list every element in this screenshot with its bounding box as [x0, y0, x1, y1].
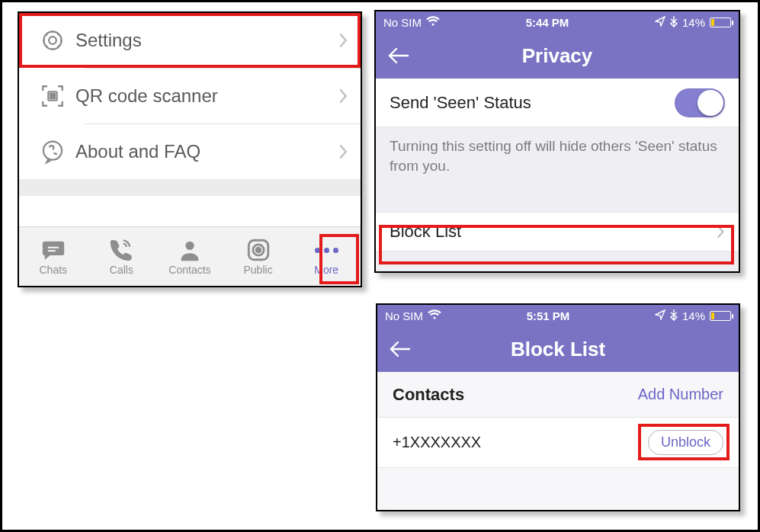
more-list: Settings QR code scanner — [19, 13, 361, 179]
location-icon — [655, 16, 665, 29]
tab-chats[interactable]: Chats — [19, 227, 88, 286]
block-list-panel: No SIM 5:51 PM 14% Block List Contacts — [376, 303, 740, 511]
bluetooth-icon — [670, 15, 678, 30]
wifi-icon — [428, 309, 441, 322]
chevron-right-icon — [338, 143, 348, 160]
tab-public-label: Public — [244, 264, 273, 276]
chevron-right-icon — [716, 224, 725, 239]
tab-chats-label: Chats — [40, 264, 68, 276]
qr-icon — [30, 83, 75, 109]
status-bar: No SIM 5:51 PM 14% — [377, 305, 739, 326]
tab-calls-label: Calls — [110, 264, 133, 276]
gear-icon — [30, 27, 75, 53]
tab-contacts-label: Contacts — [168, 264, 210, 276]
carrier-label: No SIM — [383, 16, 422, 29]
back-button[interactable] — [385, 42, 412, 69]
navbar: Privacy — [376, 33, 739, 79]
svg-point-10 — [256, 248, 261, 252]
about-faq-row[interactable]: About and FAQ — [19, 124, 361, 179]
more-tab-panel: Settings QR code scanner — [18, 11, 362, 287]
navbar: Block List — [377, 326, 739, 372]
chevron-right-icon — [338, 88, 348, 104]
contacts-section-header: Contacts Add Number — [377, 372, 739, 418]
settings-row[interactable]: Settings — [19, 13, 361, 68]
svg-rect-3 — [50, 94, 55, 98]
tab-public[interactable]: Public — [224, 227, 293, 286]
privacy-body: Send 'Seen' Status Turning this setting … — [376, 79, 739, 271]
carrier-label: No SIM — [385, 309, 423, 322]
tab-more[interactable]: More — [292, 227, 361, 286]
seen-status-toggle[interactable] — [675, 88, 725, 117]
section-title: Contacts — [393, 385, 464, 405]
privacy-panel: No SIM 5:44 PM 14% Privacy Send 'Seen' S… — [374, 10, 740, 273]
blocked-contact-row: +1XXXXXXX Unblock — [377, 418, 739, 468]
spacer — [19, 179, 361, 196]
block-list-body: Contacts Add Number +1XXXXXXX Unblock — [377, 372, 739, 510]
battery-icon — [710, 18, 731, 27]
clock-label: 5:44 PM — [526, 16, 569, 29]
tab-contacts[interactable]: Contacts — [156, 227, 224, 286]
battery-pct: 14% — [682, 309, 705, 322]
battery-pct: 14% — [682, 16, 705, 29]
clock-label: 5:51 PM — [527, 309, 570, 322]
seen-status-row[interactable]: Send 'Seen' Status — [376, 79, 739, 127]
qr-scanner-row[interactable]: QR code scanner — [19, 69, 361, 123]
page-title: Privacy — [522, 44, 593, 68]
wifi-icon — [426, 16, 440, 29]
add-number-button[interactable]: Add Number — [638, 386, 723, 403]
composite-screenshot: Settings QR code scanner — [0, 0, 760, 532]
location-icon — [655, 309, 665, 322]
battery-icon — [710, 311, 731, 321]
svg-rect-6 — [48, 250, 56, 252]
bluetooth-icon — [670, 309, 678, 323]
tab-calls[interactable]: Calls — [88, 227, 156, 286]
block-list-row[interactable]: Block List — [376, 212, 739, 252]
unblock-button[interactable]: Unblock — [648, 430, 723, 455]
seen-status-label: Send 'Seen' Status — [390, 93, 531, 113]
qr-label: QR code scanner — [75, 85, 338, 107]
back-button[interactable] — [386, 335, 414, 363]
svg-point-0 — [49, 37, 56, 44]
phone-bubble-icon — [30, 139, 75, 165]
svg-point-4 — [43, 142, 62, 160]
chevron-right-icon — [338, 32, 348, 49]
status-bar: No SIM 5:44 PM 14% — [376, 11, 739, 33]
tab-more-label: More — [314, 264, 338, 276]
svg-rect-5 — [48, 247, 59, 248]
blocked-number: +1XXXXXXX — [393, 434, 481, 451]
about-label: About and FAQ — [75, 141, 338, 162]
block-list-label: Block List — [390, 222, 461, 242]
svg-point-1 — [43, 31, 61, 49]
seen-status-hint: Turning this setting off will hide other… — [376, 127, 739, 192]
bottom-tabbar: Chats Calls Contacts Public More — [19, 226, 361, 286]
svg-point-7 — [185, 242, 194, 250]
page-title: Block List — [511, 338, 605, 361]
settings-label: Settings — [75, 30, 338, 51]
